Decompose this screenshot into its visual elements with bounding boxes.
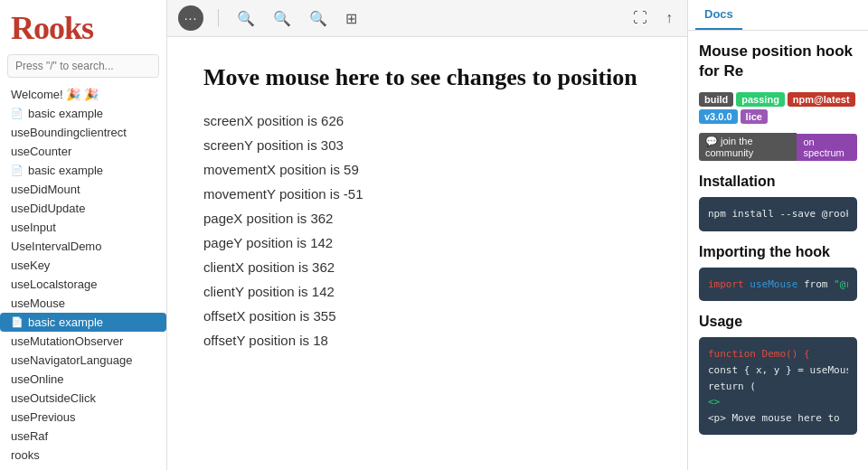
badge-version: v3.0.0 xyxy=(699,109,738,124)
sidebar-item-4[interactable]: 📄basic example xyxy=(0,161,166,180)
page-heading: Move mouse here to see changes to positi… xyxy=(203,64,651,91)
badge-npm: npm@latest xyxy=(788,92,855,107)
code-line-2-4: <p> Move mouse here to xyxy=(708,410,848,427)
sidebar-item-label-15: useOnline xyxy=(11,372,64,386)
position-item-3: movementY position is -51 xyxy=(203,186,651,202)
badge-build: build xyxy=(699,92,733,107)
sidebar-item-10[interactable]: useLocalstorage xyxy=(0,275,166,294)
sidebar-item-label-14: useNavigatorLanguage xyxy=(11,353,132,367)
sidebar-item-label-4: basic example xyxy=(28,164,103,177)
sidebar-item-14[interactable]: useNavigatorLanguage xyxy=(0,351,166,370)
code-block-0: npm install --save @rooks/use xyxy=(699,197,857,231)
code-line-2-0: function Demo() { xyxy=(708,346,848,362)
position-item-9: offsetY position is 18 xyxy=(203,333,651,348)
sidebar-item-8[interactable]: UseIntervalDemo xyxy=(0,237,166,256)
sidebar-item-label-11: useMouse xyxy=(11,296,65,310)
sidebar-item-label-0: Welcome! 🎉 🎉 xyxy=(11,88,99,101)
position-item-6: clientX position is 362 xyxy=(203,259,651,275)
zoom-out-icon[interactable]: 🔍 xyxy=(233,8,259,29)
sidebar-item-18[interactable]: useRaf xyxy=(0,427,166,446)
position-item-0: screenX position is 626 xyxy=(203,113,651,128)
sidebar-item-12[interactable]: 📄basic example xyxy=(0,313,166,332)
sidebar-item-11[interactable]: useMouse xyxy=(0,294,166,313)
sidebar-item-label-16: useOutsideClick xyxy=(11,391,96,405)
badge-group: buildpassingnpm@latestv3.0.0lice xyxy=(699,92,857,124)
sidebar-item-label-3: useCounter xyxy=(11,145,71,158)
code-block-2: function Demo() { const { x, y } = useMo… xyxy=(699,337,857,435)
right-panel: Docs Mouse position hook for Re buildpas… xyxy=(687,0,868,470)
badge-passing: passing xyxy=(736,92,785,107)
badge-license: lice xyxy=(741,109,768,124)
sidebar-item-9[interactable]: useKey xyxy=(0,256,166,275)
sidebar-item-2[interactable]: useBoundingclientrect xyxy=(0,123,166,142)
right-tab-0[interactable]: Docs xyxy=(695,0,742,30)
sidebar-item-label-19: rooks xyxy=(11,448,40,462)
sidebar-item-label-6: useDidUpdate xyxy=(11,202,85,215)
section-title-2: Usage xyxy=(699,314,857,330)
main-panel: ··· 🔍 🔍 🔍 ⊞ ⛶ ↑ Move mouse here to see c… xyxy=(167,0,687,470)
sidebar-item-label-12: basic example xyxy=(28,315,103,329)
sidebar-item-19[interactable]: rooks xyxy=(0,446,166,465)
sidebar-item-icon-4: 📄 xyxy=(11,164,24,176)
main-content: Move mouse here to see changes to positi… xyxy=(167,37,687,470)
section-title-0: Installation xyxy=(699,174,857,190)
sidebar-item-6[interactable]: useDidUpdate xyxy=(0,199,166,218)
sidebar-item-label-9: useKey xyxy=(11,258,50,272)
sidebar-item-1[interactable]: 📄basic example xyxy=(0,104,166,123)
sidebar-item-icon-1: 📄 xyxy=(11,108,24,119)
grid-icon[interactable]: ⊞ xyxy=(342,8,361,29)
section-title-1: Importing the hook xyxy=(699,244,857,260)
toolbar-separator xyxy=(218,9,219,27)
doc-sections: Installationnpm install --save @rooks/us… xyxy=(699,174,857,435)
sidebar-item-16[interactable]: useOutsideClick xyxy=(0,389,166,408)
sidebar-nav: Welcome! 🎉 🎉📄basic exampleuseBoundingcli… xyxy=(0,85,166,470)
sidebar: Rooks Welcome! 🎉 🎉📄basic exampleuseBound… xyxy=(0,0,167,470)
community-right: on spectrum xyxy=(797,134,857,161)
sidebar-item-7[interactable]: useInput xyxy=(0,218,166,237)
sidebar-item-3[interactable]: useCounter xyxy=(0,142,166,161)
toolbar: ··· 🔍 🔍 🔍 ⊞ ⛶ ↑ xyxy=(167,0,687,37)
code-block-1: import useMouse from "@rooks/ xyxy=(699,268,857,302)
sidebar-item-label-7: useInput xyxy=(11,221,56,234)
sidebar-item-label-5: useDidMount xyxy=(11,183,80,196)
sidebar-item-label-13: useMutationObserver xyxy=(11,334,123,348)
sidebar-item-17[interactable]: usePrevious xyxy=(0,408,166,427)
zoom-in-icon[interactable]: 🔍 xyxy=(269,8,295,29)
zoom-fit-icon[interactable]: 🔍 xyxy=(306,8,331,29)
sidebar-item-label-8: UseIntervalDemo xyxy=(11,240,101,253)
sidebar-item-label-18: useRaf xyxy=(11,429,48,443)
sidebar-item-label-10: useLocalstorage xyxy=(11,277,97,291)
position-list: screenX position is 626screenY position … xyxy=(203,113,651,348)
sidebar-item-label-2: useBoundingclientrect xyxy=(11,126,127,139)
position-item-5: pageY position is 142 xyxy=(203,235,651,250)
sidebar-item-15[interactable]: useOnline xyxy=(0,370,166,389)
sidebar-item-5[interactable]: useDidMount xyxy=(0,180,166,199)
code-line-2-3: <> xyxy=(708,394,848,410)
more-options-button[interactable]: ··· xyxy=(178,5,203,31)
sidebar-item-label-1: basic example xyxy=(28,107,103,120)
code-line-1-0: import useMouse from "@rooks/ xyxy=(708,277,848,293)
community-left: 💬 join the community xyxy=(699,133,797,161)
sidebar-item-label-17: usePrevious xyxy=(11,410,76,424)
position-item-1: screenY position is 303 xyxy=(203,137,651,153)
logo-area: Rooks xyxy=(0,0,166,54)
position-item-7: clientY position is 142 xyxy=(203,284,651,299)
code-line-2-2: return ( xyxy=(708,379,848,395)
sidebar-item-13[interactable]: useMutationObserver xyxy=(0,332,166,351)
share-icon[interactable]: ↑ xyxy=(662,8,676,28)
fullscreen-icon[interactable]: ⛶ xyxy=(629,8,651,28)
code-line-0: npm install --save @rooks/use xyxy=(708,206,848,222)
position-item-2: movementX position is 59 xyxy=(203,162,651,177)
code-line-2-1: const { x, y } = useMouse() xyxy=(708,362,848,379)
position-item-4: pageX position is 362 xyxy=(203,211,651,226)
sidebar-item-icon-12: 📄 xyxy=(11,316,24,328)
right-content: Mouse position hook for Re buildpassingn… xyxy=(688,31,868,470)
app-logo: Rooks xyxy=(11,10,93,46)
right-tabs: Docs xyxy=(688,0,868,31)
search-input[interactable] xyxy=(7,54,159,78)
community-badge[interactable]: 💬 join the community on spectrum xyxy=(699,133,857,161)
sidebar-item-0[interactable]: Welcome! 🎉 🎉 xyxy=(0,85,166,104)
position-item-8: offsetX position is 355 xyxy=(203,308,651,324)
doc-title: Mouse position hook for Re xyxy=(699,42,857,81)
